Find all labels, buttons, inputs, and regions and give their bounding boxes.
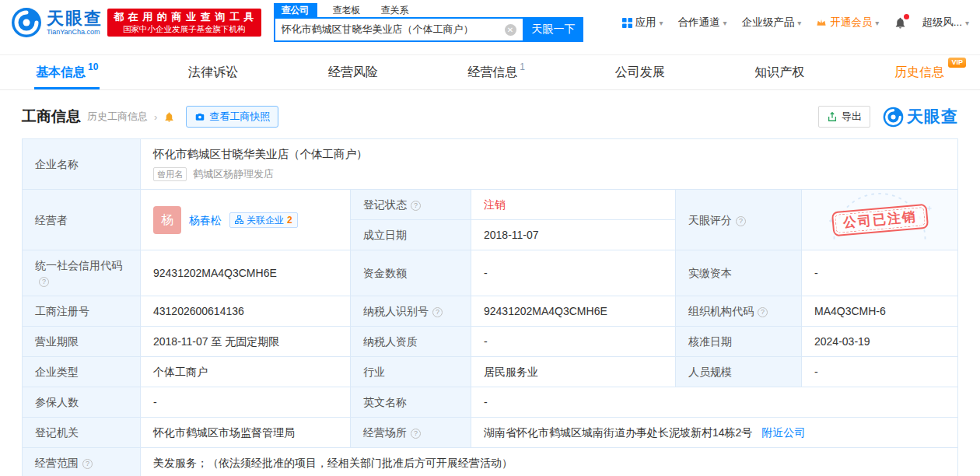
tab-company-development[interactable]: 公司发展 xyxy=(614,55,667,89)
search-button[interactable]: 天眼一下 xyxy=(524,17,583,42)
deregistered-stamp: 公司已注销 xyxy=(831,203,928,236)
reg-no-value: 431202600614136 xyxy=(141,296,351,327)
tab-basic-info-label: 基本信息 xyxy=(36,65,86,81)
org-code-label-text: 组织机构代码 xyxy=(688,305,754,317)
taxpayer-id-label-text: 纳税人识别号 xyxy=(363,305,429,317)
nav-enterprise-products[interactable]: 企业级产品 ▾ xyxy=(742,16,802,30)
nav-apps[interactable]: 应用 ▾ xyxy=(622,16,663,30)
reg-status-cell: 注销 xyxy=(471,190,676,220)
related-companies-tag[interactable]: 关联企业 2 xyxy=(229,212,298,228)
row-reg-no: 工商注册号 431202600614136 纳税人识别号? 92431202MA… xyxy=(23,296,958,327)
search-input[interactable] xyxy=(282,24,505,36)
search-tab-boss[interactable]: 查老板 xyxy=(328,3,366,17)
tab-intellectual-property[interactable]: 知识产权 xyxy=(753,55,806,89)
promo-badge: 都 在 用 的 商 业 查 询 工 具 国家中小企业发展子基金旗下机构 xyxy=(107,9,261,37)
history-business-info-link[interactable]: 历史工商信息 xyxy=(87,110,148,124)
help-icon[interactable]: ? xyxy=(432,307,443,317)
clear-icon[interactable]: ✕ xyxy=(505,24,516,36)
former-name-tag: 曾用名 xyxy=(153,167,187,181)
tab-risk-label: 经营风险 xyxy=(328,65,378,81)
business-info-table: 企业名称 怀化市鹤城区甘晓华美业店（个体工商户） 曾用名 鹤城区杨静理发店 经营… xyxy=(22,138,958,476)
row-operator-status: 经营者 杨 杨春松 关联企业 2 登记状态? xyxy=(23,190,958,220)
english-name-value: - xyxy=(471,387,958,418)
taxpayer-id-value: 92431202MA4Q3CMH6E xyxy=(471,296,676,327)
crown-icon xyxy=(816,18,827,27)
tab-legal-proceedings[interactable]: 法律诉讼 xyxy=(187,55,240,89)
notification-dot xyxy=(904,14,909,19)
row-company-type: 企业类型 个体工商户 行业 居民服务业 人员规模 - xyxy=(23,357,958,387)
search-tab-company[interactable]: 查公司 xyxy=(274,3,317,17)
search-row: ✕ 天眼一下 xyxy=(274,17,583,42)
help-icon[interactable]: ? xyxy=(736,216,746,226)
tab-operating-risk[interactable]: 经营风险 xyxy=(327,55,380,89)
tab-ip-label: 知识产权 xyxy=(754,65,804,81)
chevron-down-icon: ▾ xyxy=(660,19,663,27)
former-name-value: 鹤城区杨静理发店 xyxy=(193,166,274,182)
tianyancha-logo-icon xyxy=(11,7,42,38)
nav-cooperation[interactable]: 合作通道 ▾ xyxy=(678,16,727,30)
operator-cell: 杨 杨春松 关联企业 2 xyxy=(141,190,351,250)
view-snapshot-button[interactable]: 查看工商快照 xyxy=(186,106,278,128)
camera-icon xyxy=(194,111,205,122)
row-business-scope: 经营范围? 美发服务；（依法须经批准的项目，经相关部门批准后方可开展经营活动） xyxy=(23,448,958,476)
term-label: 营业期限 xyxy=(23,327,141,357)
related-companies-label: 关联企业 xyxy=(247,213,284,227)
tab-history-info[interactable]: 历史信息 VIP xyxy=(893,55,946,89)
tab-basic-info[interactable]: 基本信息 10 xyxy=(34,55,100,89)
premises-value: 湖南省怀化市鹤城区城南街道办事处长泥坡新村14栋2号 xyxy=(484,426,752,439)
operator-label: 经营者 xyxy=(23,190,141,250)
insured-label: 参保人数 xyxy=(23,387,141,418)
section-title: 工商信息 xyxy=(22,107,81,127)
subscribe-bell-icon[interactable] xyxy=(163,111,175,123)
export-button[interactable]: 导出 xyxy=(818,106,870,128)
tab-operating-label: 经营信息 xyxy=(467,65,517,81)
top-header: 天眼查 TianYanCha.com 都 在 用 的 商 业 查 询 工 具 国… xyxy=(0,0,980,45)
org-code-label: 组织机构代码? xyxy=(676,296,802,327)
established-value: 2018-11-07 xyxy=(471,220,676,250)
section-header: 工商信息 历史工商信息 › 查看工商快照 导出 天眼查 xyxy=(0,90,980,137)
section-header-right: 导出 天眼查 xyxy=(818,106,958,128)
nav-open-vip-label: 开通会员 xyxy=(830,16,872,30)
chevron-down-icon: ▾ xyxy=(965,19,969,27)
nearby-companies-link[interactable]: 附近公司 xyxy=(761,426,805,439)
tab-development-label: 公司发展 xyxy=(615,65,665,81)
nav-apps-label: 应用 xyxy=(635,16,656,30)
help-icon[interactable]: ? xyxy=(758,307,768,317)
company-name-value: 怀化市鹤城区甘晓华美业店（个体工商户） xyxy=(153,146,945,162)
established-label: 成立日期 xyxy=(351,220,471,250)
approval-date-value: 2024-03-19 xyxy=(802,327,958,357)
staff-size-value: - xyxy=(802,357,958,387)
notifications-bell[interactable] xyxy=(894,16,907,30)
row-term: 营业期限 2018-11-07 至 无固定期限 纳税人资质 - 核准日期 202… xyxy=(23,327,958,357)
insured-value: - xyxy=(141,387,351,418)
apps-grid-icon xyxy=(622,18,632,28)
help-icon[interactable]: ? xyxy=(411,201,421,211)
credit-code-label: 统一社会信用代码? xyxy=(23,250,141,296)
chevron-down-icon: ▾ xyxy=(875,19,879,27)
top-nav: 应用 ▾ 合作通道 ▾ 企业级产品 ▾ 开通会员 ▾ 超级风... ▾ xyxy=(622,16,969,30)
score-cell: 公司已注销 xyxy=(802,190,958,250)
nav-super-risk[interactable]: 超级风... ▾ xyxy=(922,16,969,30)
brand-name: 天眼查 xyxy=(907,106,958,128)
company-name-label: 企业名称 xyxy=(23,139,141,190)
logo-subtitle: TianYanCha.com xyxy=(47,29,103,36)
search-tab-relation[interactable]: 查关系 xyxy=(376,3,414,17)
nav-open-vip[interactable]: 开通会员 ▾ xyxy=(816,16,879,30)
industry-value: 居民服务业 xyxy=(471,357,676,387)
tab-operating-info[interactable]: 经营信息 1 xyxy=(466,55,527,89)
logo-title: 天眼查 xyxy=(47,9,103,27)
english-name-label: 英文名称 xyxy=(351,387,471,418)
help-icon[interactable]: ? xyxy=(411,429,421,439)
help-icon[interactable]: ? xyxy=(82,459,93,469)
help-icon[interactable]: ? xyxy=(39,277,49,287)
staff-size-label: 人员规模 xyxy=(676,357,802,387)
related-companies-count: 2 xyxy=(287,213,292,227)
reg-status-label: 登记状态? xyxy=(351,190,471,220)
operator-name-link[interactable]: 杨春松 xyxy=(189,212,222,228)
operator-avatar[interactable]: 杨 xyxy=(153,206,181,234)
credit-code-label-text: 统一社会信用代码 xyxy=(35,259,122,271)
brand-logo-icon xyxy=(883,107,904,128)
tianyancha-logo[interactable]: 天眼查 TianYanCha.com xyxy=(11,7,103,38)
export-label: 导出 xyxy=(842,110,862,124)
chevron-right-icon: › xyxy=(154,111,157,123)
